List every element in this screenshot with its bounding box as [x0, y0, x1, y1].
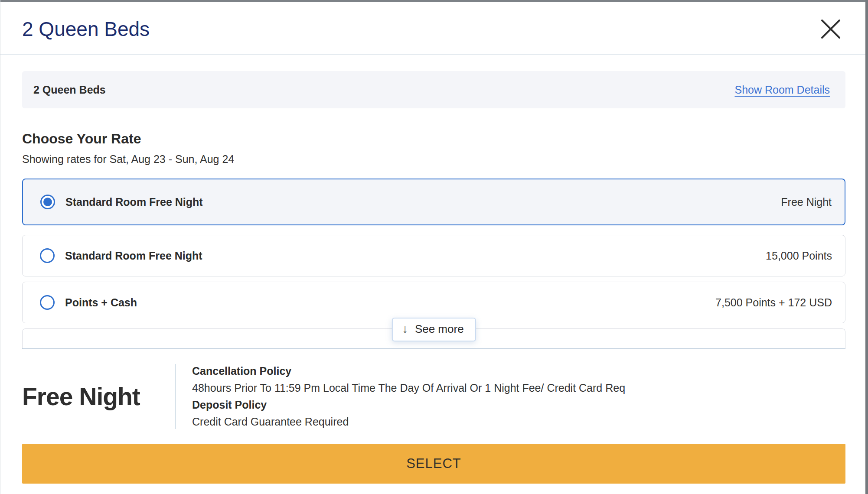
rate-options-list: Standard Room Free Night Free Night Stan…: [22, 179, 845, 348]
rate-option-value: 7,500 Points + 172 USD: [715, 296, 832, 309]
selected-rate-summary: Free Night Cancellation Policy 48hours P…: [22, 364, 845, 429]
rate-option-label: Standard Room Free Night: [65, 196, 203, 208]
section-divider: [22, 348, 845, 349]
show-room-details-link[interactable]: Show Room Details: [734, 84, 830, 96]
see-more-label: See more: [415, 322, 464, 336]
selected-rate-name: Free Night: [22, 364, 175, 429]
choose-rate-heading: Choose Your Rate: [22, 131, 845, 147]
rate-dates-subheading: Showing rates for Sat, Aug 23 - Sun, Aug…: [22, 153, 845, 166]
cancellation-policy-title: Cancellation Policy: [192, 365, 625, 377]
close-icon: [819, 18, 842, 40]
page-top-edge: [0, 0, 868, 2]
close-button[interactable]: [819, 17, 843, 41]
deposit-policy-text: Credit Card Guarantee Required: [192, 416, 625, 428]
rate-option-label: Standard Room Free Night: [65, 250, 202, 262]
rate-radio[interactable]: [40, 195, 55, 209]
rate-option-value: Free Night: [781, 196, 832, 208]
page-right-edge: [865, 0, 868, 494]
rate-option-label: Points + Cash: [65, 296, 137, 309]
deposit-policy-title: Deposit Policy: [192, 399, 625, 411]
modal-title: 2 Queen Beds: [22, 17, 150, 41]
room-summary-bar: 2 Queen Beds Show Room Details: [22, 71, 845, 108]
policies-block: Cancellation Policy 48hours Prior To 11:…: [176, 364, 625, 429]
down-arrow-icon: ↓: [402, 323, 408, 335]
modal-header: 2 Queen Beds: [0, 0, 868, 55]
rate-radio[interactable]: [40, 248, 55, 263]
rate-option-row[interactable]: Standard Room Free Night 15,000 Points: [22, 235, 845, 276]
rate-option-row[interactable]: Points + Cash 7,500 Points + 172 USD: [22, 282, 845, 323]
see-more-button[interactable]: ↓ See more: [392, 318, 476, 341]
rate-option-value: 15,000 Points: [766, 250, 832, 262]
rate-option-row[interactable]: Standard Room Free Night Free Night: [22, 179, 845, 225]
select-button[interactable]: SELECT: [22, 444, 845, 484]
room-name: 2 Queen Beds: [33, 84, 106, 96]
cancellation-policy-text: 48hours Prior To 11:59 Pm Local Time The…: [192, 382, 625, 394]
rate-radio[interactable]: [40, 295, 55, 310]
